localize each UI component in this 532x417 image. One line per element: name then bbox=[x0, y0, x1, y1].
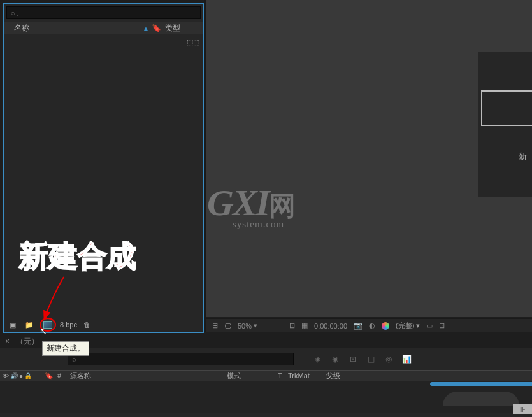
timeline-tab-none[interactable]: （无） bbox=[16, 336, 39, 347]
toggle-views-icon[interactable]: ⊡ bbox=[439, 322, 445, 330]
project-search-input[interactable] bbox=[6, 6, 201, 19]
timeline-navigator[interactable] bbox=[443, 392, 519, 406]
snapshot-icon[interactable]: 📷 bbox=[354, 322, 363, 330]
composition-viewer[interactable]: 新 bbox=[206, 0, 532, 317]
new-composition-tooltip: 新建合成。 bbox=[42, 341, 89, 356]
timeline-columns-header: 👁 🔊 ● 🔒 🔖 # 源名称 模式 T TrkMat 父级 bbox=[0, 370, 532, 381]
draft-3d-icon[interactable]: ◉ bbox=[329, 353, 341, 365]
sort-indicator-icon[interactable]: ▲ bbox=[143, 25, 149, 32]
comp-flowchart-icon[interactable]: ◈ bbox=[312, 353, 323, 365]
column-header-type[interactable]: 类型 bbox=[165, 23, 203, 34]
new-folder-button[interactable]: 📁 bbox=[23, 319, 36, 330]
viewer-side-panel: 新 bbox=[478, 52, 532, 197]
frame-blend-icon[interactable]: ◫ bbox=[365, 353, 377, 365]
project-search-row bbox=[4, 4, 203, 22]
project-columns-header: 名称 ▲ 🔖 类型 bbox=[4, 22, 203, 34]
motion-blur-icon[interactable]: ◎ bbox=[383, 353, 394, 365]
viewer-side-text: 新 bbox=[519, 151, 527, 162]
trkmat-column-header[interactable]: TrkMat bbox=[288, 372, 326, 379]
channel-icon[interactable]: ◐ bbox=[369, 322, 375, 330]
timeline-end-marker[interactable]: ⊪ bbox=[513, 404, 532, 414]
viewer-placeholder-box[interactable] bbox=[481, 90, 532, 126]
column-header-name[interactable]: 名称 bbox=[14, 23, 143, 34]
transparency-grid-icon[interactable]: ▦ bbox=[301, 322, 308, 330]
interpret-footage-button[interactable]: ▣ bbox=[6, 319, 19, 330]
label-column-icon[interactable]: 🔖 bbox=[152, 24, 161, 32]
shy-icon[interactable]: ⊡ bbox=[347, 353, 359, 365]
view-layout-icon[interactable]: ▭ bbox=[426, 322, 433, 330]
delete-button[interactable]: 🗑 bbox=[81, 319, 94, 330]
monitor-icon[interactable]: 🖵 bbox=[224, 322, 231, 330]
watermark-cn: 网 bbox=[269, 192, 294, 221]
watermark-main: GXI bbox=[207, 182, 269, 223]
source-name-column-header[interactable]: 源名称 bbox=[68, 371, 227, 381]
label-column-icon[interactable]: 🔖 bbox=[45, 372, 57, 380]
timecode-display[interactable]: 0:00:00:00 bbox=[314, 322, 347, 330]
solo-toggle-icon[interactable]: ● bbox=[19, 372, 23, 379]
zoom-dropdown[interactable]: 50% ▾ bbox=[238, 322, 257, 330]
progress-indicator bbox=[93, 332, 131, 332]
t-column-header[interactable]: T bbox=[278, 372, 288, 379]
lock-toggle-icon[interactable]: 🔒 bbox=[24, 372, 32, 379]
timeline-work-area[interactable] bbox=[430, 382, 532, 386]
color-depth-label[interactable]: 8 bpc bbox=[60, 321, 77, 329]
magnification-icon[interactable]: ⊞ bbox=[212, 322, 218, 330]
audio-toggle-icon[interactable]: 🔊 bbox=[10, 372, 18, 379]
resolution-dropdown[interactable]: (完整) ▾ bbox=[396, 321, 420, 330]
viewer-bottom-toolbar: ⊞ 🖵 50% ▾ ⊡ ▦ 0:00:00:00 📷 ◐ (完整) ▾ ▭ ⊡ bbox=[206, 318, 532, 332]
index-column-header[interactable]: # bbox=[57, 372, 68, 379]
graph-editor-icon[interactable]: 📊 bbox=[401, 353, 412, 365]
watermark: GXI网 system.com bbox=[207, 181, 294, 230]
mode-column-header[interactable]: 模式 bbox=[227, 371, 278, 381]
color-management-icon[interactable] bbox=[382, 322, 389, 330]
timeline-search-input[interactable] bbox=[68, 353, 294, 365]
project-bottom-toolbar: ▣ 📁 8 bpc 🗑 bbox=[4, 317, 203, 332]
close-tab-button[interactable]: × bbox=[5, 337, 10, 346]
resolution-icon[interactable]: ⊡ bbox=[289, 322, 295, 330]
project-panel: 名称 ▲ 🔖 类型 ⬚⬚ ▣ 📁 8 bpc 🗑 bbox=[3, 3, 204, 333]
flowchart-icon[interactable]: ⬚⬚ bbox=[187, 38, 199, 46]
mouse-cursor-icon: ↖ bbox=[40, 326, 47, 336]
annotation-label: 新建合成 bbox=[19, 237, 136, 276]
video-toggle-icon[interactable]: 👁 bbox=[3, 372, 9, 379]
parent-column-header[interactable]: 父级 bbox=[326, 371, 364, 381]
